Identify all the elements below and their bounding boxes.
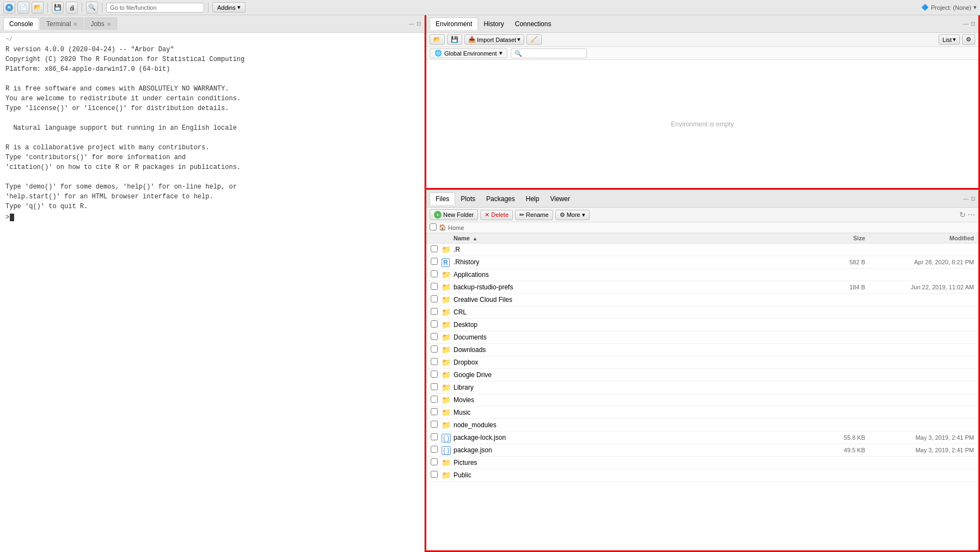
file-checkbox[interactable] — [431, 320, 442, 329]
file-name-cell[interactable]: Google Drive — [454, 371, 822, 379]
new-file-btn[interactable]: 📄 — [17, 2, 29, 14]
file-name-cell[interactable]: package-lock.json — [454, 434, 822, 441]
file-name-cell[interactable]: Movies — [454, 396, 822, 404]
clear-env-btn[interactable]: 🧹 — [526, 34, 542, 45]
file-name-cell[interactable]: Pictures — [454, 459, 822, 466]
delete-btn[interactable]: ✕ Delete — [480, 210, 513, 220]
table-row[interactable]: 📁 CRL — [426, 306, 978, 319]
save-btn[interactable]: 💾 — [52, 2, 64, 14]
tab-terminal-close[interactable]: ✕ — [73, 21, 77, 27]
table-row[interactable]: 📁 Pictures — [426, 457, 978, 469]
file-checkbox[interactable] — [431, 458, 442, 467]
open-file-btn[interactable]: 📂 — [32, 2, 44, 14]
addins-dropdown[interactable]: Addins ▾ — [212, 2, 246, 13]
save-env-btn[interactable]: 💾 — [447, 34, 462, 45]
tab-jobs[interactable]: Jobs ✕ — [84, 17, 117, 30]
table-row[interactable]: 📁 .R — [426, 244, 978, 256]
import-dataset-btn[interactable]: 📥 Import Dataset ▾ — [464, 34, 524, 45]
file-checkbox[interactable] — [431, 446, 442, 454]
table-row[interactable]: 📁 Creative Cloud Files — [426, 294, 978, 306]
file-name-cell[interactable]: Downloads — [454, 346, 822, 354]
list-view-btn[interactable]: List ▾ — [939, 34, 960, 45]
file-checkbox[interactable] — [431, 383, 442, 392]
table-row[interactable]: 📁 Movies — [426, 394, 978, 407]
file-checkbox[interactable] — [431, 270, 442, 279]
table-row[interactable]: 📁 Google Drive — [426, 369, 978, 381]
file-name-cell[interactable]: CRL — [454, 308, 822, 316]
file-name-cell[interactable]: Dropbox — [454, 359, 822, 366]
table-row[interactable]: 📁 node_modules — [426, 419, 978, 432]
table-row[interactable]: 📁 Desktop — [426, 319, 978, 331]
breadcrumb-checkbox[interactable] — [430, 223, 437, 232]
table-row[interactable]: 📁 Documents — [426, 331, 978, 344]
file-checkbox[interactable] — [431, 283, 442, 292]
rename-btn[interactable]: ✏ Rename — [515, 210, 553, 220]
breadcrumb-home[interactable]: 🏠 Home — [439, 224, 464, 231]
files-more-options[interactable]: ⋯ — [967, 210, 975, 219]
tab-environment[interactable]: Environment — [430, 17, 478, 30]
file-name-cell[interactable]: package.json — [454, 446, 822, 454]
breadcrumb-check[interactable] — [430, 223, 437, 230]
file-checkbox[interactable] — [431, 345, 442, 354]
header-size[interactable]: Size — [822, 235, 865, 241]
env-maximize[interactable]: ⊡ — [971, 21, 975, 27]
env-settings-btn[interactable]: ⚙ — [962, 34, 975, 45]
tab-terminal[interactable]: Terminal ✕ — [40, 17, 83, 30]
tab-files[interactable]: Files — [430, 192, 455, 205]
env-minimize[interactable]: — — [963, 21, 969, 27]
print-btn[interactable]: 🖨 — [66, 2, 78, 14]
file-name-cell[interactable]: Public — [454, 471, 822, 479]
file-name-cell[interactable]: Desktop — [454, 321, 822, 329]
file-name-cell[interactable]: .Rhistory — [454, 258, 822, 266]
tab-viewer[interactable]: Viewer — [544, 193, 575, 205]
file-checkbox[interactable] — [431, 308, 442, 317]
file-checkbox[interactable] — [431, 421, 442, 429]
new-folder-btn[interactable]: + New Folder — [430, 209, 478, 220]
header-modified[interactable]: Modified — [865, 235, 974, 241]
table-row[interactable]: 📁 Applications — [426, 269, 978, 281]
table-row[interactable]: 📁 backup-rstudio-prefs 184 B Jun 22, 201… — [426, 281, 978, 294]
file-name-cell[interactable]: node_modules — [454, 421, 822, 429]
file-checkbox[interactable] — [431, 358, 442, 367]
file-checkbox[interactable] — [431, 333, 442, 342]
file-name-cell[interactable]: backup-rstudio-prefs — [454, 283, 822, 291]
tab-history[interactable]: History — [478, 18, 509, 30]
table-row[interactable]: 📁 Music — [426, 407, 978, 419]
table-row[interactable]: { } package-lock.json 55.8 KB May 3, 201… — [426, 432, 978, 444]
file-checkbox[interactable] — [431, 371, 442, 379]
more-btn[interactable]: ⚙ More ▾ — [555, 210, 590, 220]
goto-file-box[interactable]: Go to file/function — [106, 3, 204, 13]
tab-connections[interactable]: Connections — [510, 18, 557, 30]
table-row[interactable]: 📁 Library — [426, 381, 978, 394]
table-row[interactable]: 📁 Dropbox — [426, 356, 978, 369]
file-name-cell[interactable]: Music — [454, 409, 822, 416]
file-checkbox[interactable] — [431, 258, 442, 266]
tab-help[interactable]: Help — [520, 193, 545, 205]
console-maximize[interactable]: ⊡ — [416, 21, 421, 27]
tab-jobs-close[interactable]: ✕ — [107, 21, 111, 27]
file-checkbox[interactable] — [431, 408, 442, 417]
tab-console[interactable]: Console — [3, 17, 39, 30]
header-name[interactable]: Name ▲ — [454, 235, 822, 241]
tab-plots[interactable]: Plots — [455, 193, 481, 205]
table-row[interactable]: R .Rhistory 582 B Apr 28, 2020, 8:21 PM — [426, 256, 978, 269]
files-refresh-btn[interactable]: ↻ — [959, 210, 966, 219]
table-row[interactable]: 📁 Downloads — [426, 344, 978, 356]
file-name-cell[interactable]: Documents — [454, 333, 822, 341]
file-checkbox[interactable] — [431, 433, 442, 442]
file-name-cell[interactable]: .R — [454, 246, 822, 253]
file-name-cell[interactable]: Applications — [454, 271, 822, 278]
files-maximize[interactable]: ⊡ — [971, 196, 975, 202]
find-btn[interactable]: 🔍 — [86, 2, 98, 14]
files-minimize[interactable]: — — [963, 196, 969, 202]
file-name-cell[interactable]: Creative Cloud Files — [454, 296, 822, 304]
console-minimize[interactable]: — — [409, 21, 414, 27]
file-checkbox[interactable] — [431, 245, 442, 254]
open-env-file-btn[interactable]: 📂 — [430, 34, 445, 45]
file-name-cell[interactable]: Library — [454, 384, 822, 391]
table-row[interactable]: { } package.json 49.5 KB May 3, 2019, 2:… — [426, 444, 978, 457]
file-checkbox[interactable] — [431, 396, 442, 404]
file-checkbox[interactable] — [431, 471, 442, 480]
file-checkbox[interactable] — [431, 295, 442, 304]
global-env-dropdown[interactable]: 🌐 Global Environment ▾ — [430, 48, 507, 58]
